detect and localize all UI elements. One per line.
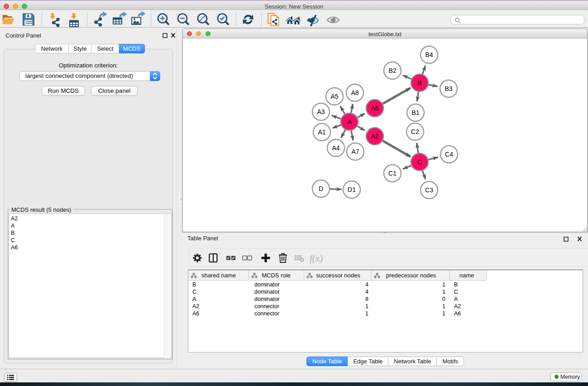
svg-text:B3: B3 — [445, 85, 452, 92]
svg-text:f(x): f(x) — [310, 253, 323, 264]
svg-text:successor nodes: successor nodes — [316, 272, 360, 279]
svg-text:A8: A8 — [351, 89, 359, 96]
svg-text:B4: B4 — [425, 51, 433, 58]
svg-text:C2: C2 — [411, 128, 419, 135]
svg-text:A5: A5 — [330, 93, 338, 100]
svg-text:C3: C3 — [425, 186, 433, 194]
svg-text:name: name — [459, 272, 474, 279]
svg-text:A: A — [347, 118, 352, 125]
svg-text:D: D — [319, 185, 323, 192]
svg-text:B2: B2 — [388, 67, 396, 74]
svg-text:C4: C4 — [445, 151, 453, 158]
svg-text:B1: B1 — [411, 109, 419, 116]
svg-text:A7: A7 — [351, 148, 359, 155]
svg-text:A3: A3 — [317, 108, 325, 115]
svg-text:B: B — [417, 79, 421, 86]
svg-text:predecessor nodes: predecessor nodes — [386, 272, 436, 279]
svg-text:A1: A1 — [318, 129, 325, 136]
svg-text:C: C — [417, 158, 422, 166]
svg-text:D1: D1 — [348, 186, 356, 193]
svg-text:A2: A2 — [371, 133, 378, 140]
svg-text:C1: C1 — [388, 170, 397, 177]
svg-text:shared name: shared name — [201, 272, 236, 279]
svg-text:A4: A4 — [332, 144, 339, 152]
svg-text:MCDS role: MCDS role — [262, 272, 291, 279]
svg-text:A6: A6 — [371, 105, 378, 112]
